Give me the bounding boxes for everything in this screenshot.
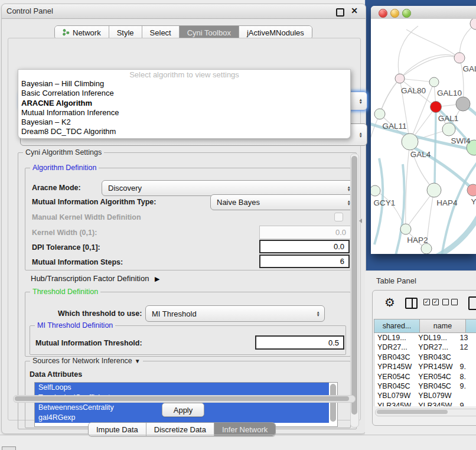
table-row[interactable]: YBR045CYBR045C9. bbox=[374, 381, 476, 391]
column-header-a[interactable]: A bbox=[466, 319, 476, 333]
table-cell: YBR045C bbox=[374, 381, 416, 391]
unselect-all-columns-icon[interactable] bbox=[442, 299, 458, 305]
table-horizontal-scrollbar[interactable] bbox=[375, 409, 476, 416]
tab-label: Impute Data bbox=[96, 425, 138, 434]
cyni-toolbox-pane: ▲▼ ▲▼ Select algorithm to view settings … bbox=[8, 38, 361, 420]
tab-network[interactable]: Network bbox=[55, 26, 109, 39]
minimize-light-icon[interactable] bbox=[390, 9, 399, 18]
table-cell: YBR043C bbox=[416, 353, 457, 362]
scrollbar-thumb[interactable] bbox=[377, 410, 448, 414]
network-edge bbox=[400, 56, 459, 79]
network-canvas[interactable]: GAL80GAL10GALGAL11GAL1SWI4GAL4GCY1HAP4YH… bbox=[371, 19, 476, 254]
node-label-gcy1: GCY1 bbox=[374, 198, 396, 207]
which-threshold-combobox[interactable]: MI Threshold ▲▼ bbox=[145, 305, 325, 322]
table-cell: YBR043C bbox=[374, 353, 416, 362]
scrollbar-thumb[interactable] bbox=[351, 156, 357, 415]
settings-vertical-scrollbar[interactable] bbox=[350, 154, 359, 428]
sources-toggle[interactable]: Sources for Network Inference▼ bbox=[30, 357, 143, 365]
network-node[interactable] bbox=[454, 53, 465, 63]
table-row[interactable]: YER054CYER054C8. bbox=[374, 372, 476, 381]
node-label-gal10: GAL10 bbox=[437, 89, 462, 97]
tab-cyni-toolbox[interactable]: Cyni Toolbox bbox=[179, 26, 239, 39]
algorithm-placeholder: Select algorithm to view settings bbox=[18, 70, 350, 79]
gear-icon[interactable]: ⚙ bbox=[384, 295, 395, 309]
column-header-shared[interactable]: shared... bbox=[374, 319, 420, 333]
select-all-columns-icon[interactable]: ✓✓ bbox=[423, 299, 439, 305]
float-icon[interactable] bbox=[336, 8, 344, 17]
tab-infer-network[interactable]: Infer Network bbox=[214, 423, 275, 436]
table-row[interactable]: YBL079WYBL079W bbox=[374, 391, 476, 400]
network-node[interactable] bbox=[402, 133, 418, 150]
mi-threshold-field[interactable]: 0.5 bbox=[255, 335, 344, 350]
network-node[interactable] bbox=[442, 123, 455, 136]
node-label-gal1: GAL1 bbox=[438, 114, 459, 123]
list-scrollbar[interactable] bbox=[330, 384, 336, 422]
algorithm-options-list: Bayesian – Hill ClimbingBasic Correlatio… bbox=[18, 79, 350, 137]
attribute-item-selfloops[interactable]: SelfLoops bbox=[35, 383, 329, 393]
dpi-tolerance-field[interactable]: 0.0 bbox=[259, 240, 350, 253]
network-edge bbox=[406, 30, 459, 58]
split-view-icon[interactable] bbox=[405, 298, 418, 309]
splitpane-handle[interactable] bbox=[359, 219, 362, 223]
table-cell: YDR27... bbox=[374, 343, 416, 352]
network-view-window[interactable]: GAL80GAL10GALGAL11GAL1SWI4GAL4GCY1HAP4YH… bbox=[371, 6, 476, 254]
table-row[interactable]: YDL19...YDL19...13 bbox=[374, 333, 476, 343]
tab-impute-data[interactable]: Impute Data bbox=[89, 423, 146, 436]
settings-horizontal-scrollbar[interactable] bbox=[13, 395, 356, 403]
algorithm-option-bayesian-k2[interactable]: Bayesian – K2 bbox=[18, 118, 350, 127]
network-node[interactable] bbox=[431, 102, 442, 113]
group-title: Algorithm Definition bbox=[30, 164, 99, 172]
algorithm-option-basic-correlation-inference[interactable]: Basic Correlation Inference bbox=[18, 89, 350, 98]
group-title: MI Threshold Definition bbox=[35, 321, 115, 330]
mi-algorithm-type-combobox[interactable]: Naive Bayes ▲▼ bbox=[210, 194, 356, 210]
mi-steps-label: Mutual Information Steps: bbox=[32, 258, 123, 266]
network-node[interactable] bbox=[374, 109, 385, 119]
close-icon[interactable]: ✕ bbox=[351, 6, 358, 15]
table-cell: 8. bbox=[457, 372, 476, 381]
manual-kernel-width-checkbox[interactable] bbox=[334, 213, 343, 221]
network-node[interactable] bbox=[429, 77, 439, 87]
network-graph[interactable]: GAL80GAL10GALGAL11GAL1SWI4GAL4GCY1HAP4YH… bbox=[371, 19, 476, 254]
tab-style[interactable]: Style bbox=[109, 26, 142, 39]
file-icon[interactable] bbox=[468, 296, 476, 310]
field-value: 0.0 bbox=[334, 242, 344, 251]
table-row[interactable]: YBR043CYBR043C bbox=[374, 353, 476, 362]
aracne-mode-combobox[interactable]: Discovery ▲▼ bbox=[102, 180, 356, 196]
algorithm-option-bayesian-hill-climbing[interactable]: Bayesian – Hill Climbing bbox=[18, 79, 350, 89]
zoom-light-icon[interactable] bbox=[402, 9, 411, 18]
algorithm-dropdown-popup: Select algorithm to view settings Bayesi… bbox=[18, 69, 351, 139]
tab-select[interactable]: Select bbox=[142, 26, 179, 39]
kernel-width-field[interactable]: 0.0 bbox=[259, 226, 351, 239]
table-row[interactable]: YPR145WYPR145W9. bbox=[374, 362, 476, 371]
algorithm-option-mutual-information-inference[interactable]: Mutual Information Inference bbox=[18, 108, 350, 118]
mi-threshold-label: Mutual Information Threshold: bbox=[35, 339, 142, 347]
table-cell: YDL19... bbox=[374, 333, 416, 343]
network-window-titlebar[interactable] bbox=[371, 6, 476, 19]
tab-jactivemnodules[interactable]: jActiveMNodules bbox=[239, 26, 312, 39]
network-node[interactable] bbox=[427, 183, 441, 197]
algorithm-option-dream8-dc-tdc-algorithm[interactable]: Dream8 DC_TDC Algorithm bbox=[18, 127, 350, 136]
apply-button[interactable]: Apply bbox=[162, 403, 204, 417]
hub-definition-toggle[interactable]: Hub/Transcription Factor Definition ▶ bbox=[31, 274, 159, 283]
tab-discretize-data[interactable]: Discretize Data bbox=[146, 423, 214, 436]
mi-steps-field[interactable]: 6 bbox=[259, 255, 350, 268]
tab-label: Infer Network bbox=[222, 425, 268, 434]
minimized-panel-stub[interactable] bbox=[2, 446, 16, 450]
table-row[interactable]: YDR27...YDR27...12 bbox=[374, 343, 476, 352]
close-light-icon[interactable] bbox=[379, 9, 387, 18]
network-node[interactable] bbox=[421, 243, 432, 254]
algorithm-option-aracne-algorithm[interactable]: ARACNE Algorithm bbox=[18, 99, 350, 108]
node-label-gal4: GAL4 bbox=[410, 150, 431, 159]
network-node[interactable] bbox=[371, 185, 380, 196]
table-body[interactable]: YDL19...YDL19...13YDR27...YDR27...12YBR0… bbox=[374, 333, 476, 406]
network-node[interactable] bbox=[400, 224, 411, 234]
scrollbar-thumb[interactable] bbox=[15, 396, 349, 401]
node-label-hap4: HAP4 bbox=[436, 198, 458, 207]
table-cell: 13 bbox=[457, 333, 476, 343]
network-node[interactable] bbox=[395, 74, 405, 83]
network-edge bbox=[400, 79, 434, 82]
network-node[interactable] bbox=[456, 97, 470, 111]
table-row[interactable]: YLR345WYLR345W9. bbox=[374, 401, 476, 406]
network-node[interactable] bbox=[467, 184, 476, 196]
column-header-name[interactable]: name bbox=[420, 319, 466, 333]
